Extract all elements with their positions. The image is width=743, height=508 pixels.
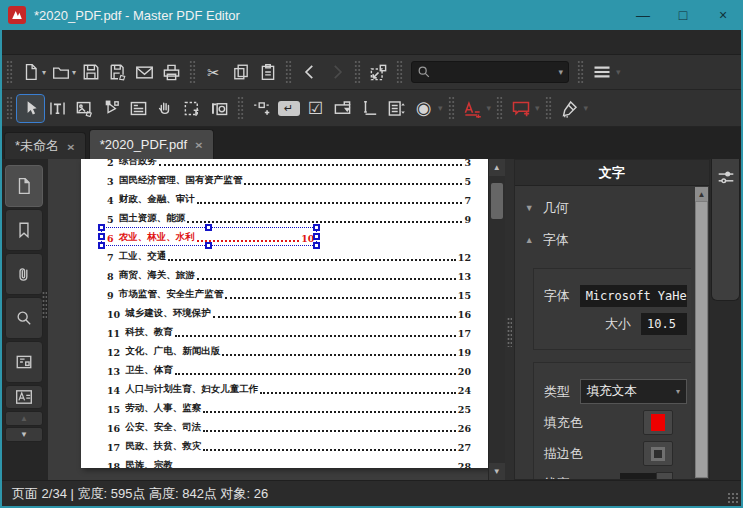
line-width-spinner[interactable]: ▼	[656, 472, 673, 479]
type-dropdown[interactable]: 填充文本 ▾	[580, 379, 687, 404]
toc-entry[interactable]: 2 综合政务 3	[107, 159, 471, 168]
selection-handle[interactable]	[313, 233, 320, 240]
search-input[interactable]	[431, 65, 558, 79]
menu-item[interactable]	[174, 39, 198, 45]
form-fields-panel-button[interactable]	[5, 341, 43, 383]
toolbar-grip[interactable]	[496, 96, 503, 120]
search-panel-button[interactable]	[5, 297, 43, 339]
fill-color-swatch[interactable]	[643, 410, 673, 435]
scroll-up-arrow[interactable]: ▲	[489, 159, 505, 176]
hand-tool-button[interactable]	[152, 95, 179, 122]
toc-entry[interactable]: 12 文化、广电、新闻出版 19	[107, 339, 471, 358]
link-fields-tool-button[interactable]	[248, 95, 275, 122]
section-collapse-icon[interactable]: ▲	[525, 235, 535, 245]
toolbar-grip[interactable]	[577, 60, 584, 84]
menu-item[interactable]	[102, 39, 126, 45]
print-button[interactable]	[158, 59, 185, 86]
menu-item[interactable]	[150, 39, 174, 45]
pdf-page[interactable]: 2 综合政务 3	[81, 159, 488, 468]
bookmarks-panel-button[interactable]	[5, 209, 43, 251]
eraser-dropdown-icon[interactable]: ▾	[584, 103, 589, 113]
toc-entry[interactable]: 9 市场监管、安全生产监管 15	[107, 282, 471, 301]
selection-handle[interactable]	[98, 233, 105, 240]
select-tool-button[interactable]	[17, 95, 44, 122]
highlight-text-annotation-button[interactable]	[459, 95, 486, 122]
panel-scrollbar-thumb[interactable]	[695, 201, 708, 478]
listbox-field-button[interactable]	[383, 95, 410, 122]
document-tab[interactable]: *2020_PDF.pdf ×	[89, 129, 214, 159]
toolbar-grip[interactable]	[354, 60, 361, 84]
edit-text-tool-button[interactable]	[44, 95, 71, 122]
toolbar-grip[interactable]	[6, 60, 13, 84]
checkbox-field-button[interactable]: ☑	[302, 95, 329, 122]
menu-item[interactable]	[126, 39, 150, 45]
save-button[interactable]	[77, 59, 104, 86]
toc-entry[interactable]: 13 卫生、体育 20	[107, 358, 471, 377]
toolbar-grip[interactable]	[545, 96, 552, 120]
minimize-button[interactable]: —	[623, 0, 663, 30]
screenshot-tool-button[interactable]	[206, 95, 233, 122]
toolbar-grip[interactable]	[189, 60, 196, 84]
selection-handle[interactable]	[98, 224, 105, 231]
toolbar-grip[interactable]	[448, 96, 455, 120]
fields-dropdown-icon[interactable]: ▾	[438, 103, 443, 113]
main-menu-button[interactable]	[588, 59, 615, 86]
document-view[interactable]: 2 综合政务 3	[48, 159, 488, 480]
copy-button[interactable]	[227, 59, 254, 86]
back-button[interactable]	[296, 59, 323, 86]
panel-section-header[interactable]: ▼ 几何	[523, 192, 691, 224]
form-tool-button[interactable]	[125, 95, 152, 122]
close-button[interactable]: ×	[703, 0, 743, 30]
panel-scroll-up-arrow[interactable]: ▲	[695, 187, 708, 201]
toc-entry[interactable]: 10 城乡建设、环境保护 16	[107, 301, 471, 320]
radio-button-field-button[interactable]: ◉	[410, 95, 437, 122]
search-dropdown-icon[interactable]: ▾	[559, 67, 564, 77]
annotation-dropdown-icon[interactable]: ▾	[487, 103, 492, 113]
menu-item[interactable]	[6, 39, 30, 45]
enter-key-field-button[interactable]: ↵	[275, 95, 302, 122]
document-tab[interactable]: *未命名 ×	[4, 132, 86, 159]
window-resize-grip[interactable]	[727, 492, 739, 504]
menu-item[interactable]	[30, 39, 54, 45]
titlebar[interactable]: *2020_PDF.pdf - Master PDF Editor — □ ×	[0, 0, 743, 30]
properties-dock-tab[interactable]	[711, 159, 740, 301]
menu-item[interactable]	[198, 39, 222, 45]
combobox-field-button[interactable]	[329, 95, 356, 122]
toc-entry[interactable]: 4 财政、金融、审计 7	[107, 187, 471, 206]
selection-handle[interactable]	[98, 242, 105, 249]
pages-panel-button[interactable]	[5, 165, 43, 207]
search-box[interactable]: ▾	[411, 61, 569, 83]
snapshot-area-tool-button[interactable]	[179, 95, 206, 122]
save-as-button[interactable]	[104, 59, 131, 86]
toc-entry[interactable]: 7 工业、交通 12	[107, 244, 471, 263]
scrollbar-thumb[interactable]	[491, 183, 503, 219]
note-dropdown-icon[interactable]: ▾	[535, 103, 540, 113]
selection-handle[interactable]	[205, 224, 212, 231]
scrollbar-track[interactable]	[489, 176, 505, 463]
tab-close-icon[interactable]: ×	[67, 139, 75, 153]
forward-button[interactable]	[323, 59, 350, 86]
toc-entry[interactable]: 17 民政、扶贫、救灾 27	[107, 434, 471, 453]
sidebar-scroll-down-button[interactable]: ▼	[5, 427, 43, 442]
cut-button[interactable]: ✂	[200, 59, 227, 86]
attachments-panel-button[interactable]	[5, 253, 43, 295]
toc-entry[interactable]: 18 民族、宗教 28	[107, 453, 471, 468]
toc-entry[interactable]: 11 科技、教育 17	[107, 320, 471, 339]
properties-panel-button[interactable]	[5, 385, 43, 409]
menu-item[interactable]	[54, 39, 78, 45]
tab-close-icon[interactable]: ×	[195, 138, 203, 152]
toc-entry[interactable]: 5 国土资源、能源 9	[107, 206, 471, 225]
edit-image-tool-button[interactable]	[71, 95, 98, 122]
font-value-input[interactable]: Microsoft YaHei	[580, 285, 687, 307]
menu-item[interactable]	[78, 39, 102, 45]
stroke-color-swatch[interactable]	[643, 441, 673, 466]
toc-entry[interactable]: 15 劳动、人事、监察 25	[107, 396, 471, 415]
maximize-button[interactable]: □	[663, 0, 703, 30]
paste-button[interactable]	[254, 59, 281, 86]
sticky-note-annotation-button[interactable]	[507, 95, 534, 122]
toc-entry[interactable]: 8 商贸、海关、旅游 13	[107, 263, 471, 282]
text-field-button[interactable]	[356, 95, 383, 122]
sidebar-scroll-up-button[interactable]: ▲	[5, 411, 43, 426]
toolbar-grip[interactable]	[6, 96, 13, 120]
line-width-input[interactable]: 1	[620, 473, 656, 480]
